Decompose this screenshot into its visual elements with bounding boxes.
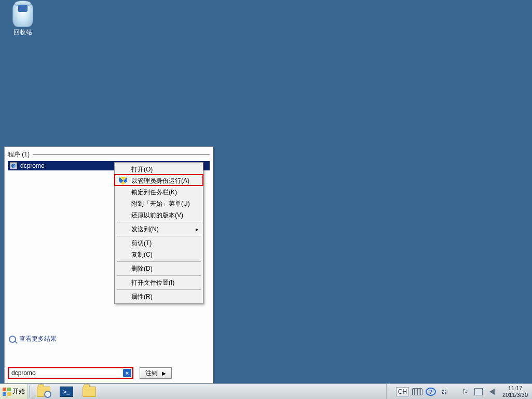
ctx-separator (117, 236, 201, 236)
clear-search-button[interactable]: × (123, 369, 131, 377)
ctx-run-as-admin[interactable]: 以管理员身份运行(A) (116, 175, 202, 187)
see-more-results-link[interactable]: 查看更多结果 (9, 335, 57, 343)
windows-logo-icon (3, 388, 11, 396)
taskbar-divider (29, 385, 31, 397)
ctx-cut[interactable]: 剪切(T) (116, 237, 202, 249)
explorer-icon (83, 387, 96, 397)
program-icon (10, 162, 17, 169)
taskbar: 开始 >_ CH ? ⚐ 11:17 2011/3/30 (0, 383, 532, 399)
clock[interactable]: 11:17 2011/3/30 (500, 385, 530, 397)
uac-shield-icon (119, 177, 127, 185)
programs-group-label: 程序 (1) (8, 150, 30, 159)
start-menu-bottom-bar: × 注销 ▶ (5, 365, 213, 383)
ctx-restore-previous[interactable]: 还原以前的版本(V) (116, 209, 202, 221)
quicklaunch-server-manager[interactable] (32, 384, 55, 399)
ctx-pin-start[interactable]: 附到「开始」菜单(U) (116, 198, 202, 209)
group-divider (33, 154, 210, 155)
system-tray: CH ? ⚐ 11:17 2011/3/30 (386, 384, 532, 399)
ctx-open-file-location[interactable]: 打开文件位置(I) (116, 277, 202, 288)
logoff-button[interactable]: 注销 ▶ (140, 367, 172, 379)
ctx-open[interactable]: 打开(O) (116, 164, 202, 175)
recycle-bin-desktop-icon[interactable]: 回收站 (7, 3, 38, 37)
ctx-pin-taskbar[interactable]: 锁定到任务栏(K) (116, 187, 202, 198)
programs-group-header: 程序 (1) (8, 150, 210, 159)
ctx-separator (117, 222, 201, 222)
clock-time: 11:17 (502, 385, 528, 391)
recycle-bin-icon (12, 3, 33, 27)
ctx-separator (117, 275, 201, 276)
keyboard-icon[interactable] (412, 387, 422, 396)
ctx-copy[interactable]: 复制(C) (116, 249, 202, 260)
ime-options-icon[interactable] (439, 387, 449, 396)
search-icon (9, 336, 16, 343)
quicklaunch-powershell[interactable]: >_ (55, 384, 78, 399)
ctx-separator (117, 289, 201, 290)
quicklaunch-explorer[interactable] (78, 384, 101, 399)
taskbar-spacer (101, 384, 386, 399)
start-label: 开始 (12, 387, 25, 396)
ctx-properties[interactable]: 属性(R) (116, 291, 202, 302)
start-button[interactable]: 开始 (0, 384, 28, 399)
search-input[interactable] (9, 368, 132, 378)
recycle-bin-label: 回收站 (7, 28, 38, 37)
powershell-icon: >_ (60, 387, 73, 397)
volume-icon[interactable] (487, 387, 497, 396)
server-manager-icon (37, 387, 50, 397)
search-box-highlight: × (8, 367, 133, 379)
network-icon[interactable] (473, 387, 484, 396)
ctx-send-to[interactable]: 发送到(N) (116, 223, 202, 235)
logoff-arrow-icon[interactable]: ▶ (162, 370, 166, 376)
ctx-separator (117, 261, 201, 262)
clock-date: 2011/3/30 (502, 392, 528, 398)
see-more-results-label: 查看更多结果 (19, 335, 57, 343)
search-result-label: dcpromo (20, 162, 45, 169)
context-menu: 打开(O) 以管理员身份运行(A) 锁定到任务栏(K) 附到「开始」菜单(U) … (114, 162, 203, 304)
help-icon[interactable]: ? (426, 388, 436, 396)
ime-indicator[interactable]: CH (396, 387, 409, 396)
logoff-label: 注销 (145, 369, 158, 378)
action-center-flag-icon[interactable]: ⚐ (460, 387, 470, 396)
ctx-delete[interactable]: 删除(D) (116, 263, 202, 274)
